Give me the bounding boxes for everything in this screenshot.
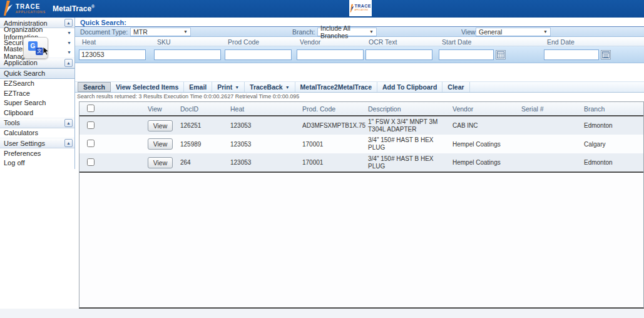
chevron-down-icon: ▼ (67, 50, 71, 54)
view-button[interactable]: View (148, 138, 173, 150)
cell-docid: 264 (178, 153, 228, 172)
calendar-grid-icon[interactable] (496, 50, 506, 59)
ocr-text-label: OCR Text (362, 37, 435, 46)
col-description[interactable]: Description (365, 102, 450, 116)
results-grid: View DocID Heat Prod. Code Description V… (79, 101, 644, 309)
heat-label: Heat (75, 37, 150, 46)
row-checkbox[interactable] (87, 158, 95, 166)
section-label: User Settings (4, 140, 45, 147)
row-checkbox[interactable] (87, 140, 95, 147)
mouse-cursor-icon (43, 47, 50, 57)
filter-inputs-row (75, 46, 644, 63)
sidebar-item-quick-search[interactable]: Quick Search (0, 68, 74, 79)
prod-code-label: Prod Code (221, 37, 293, 46)
chevron-down-icon: ▼ (543, 29, 548, 34)
results-toolbar: Search View Selected Items Email Print ▼… (75, 81, 644, 93)
sidebar-item-super-search[interactable]: Super Search (0, 98, 74, 108)
google-translate-popup[interactable]: G 文 (23, 37, 48, 59)
google-translate-icon: G 文 (28, 41, 43, 55)
sidebar-item-eztrace[interactable]: EZTrace (0, 88, 74, 98)
start-date-label: Start Date (435, 37, 540, 46)
sidebar-item-ezsearch[interactable]: EZSearch (0, 79, 74, 89)
search-results-status: Search results returned: 3 Results Execu… (77, 93, 299, 100)
collapse-icon[interactable]: ▲ (64, 119, 73, 127)
branch-label: Branch: (292, 28, 315, 36)
metaltrace2metaltrace-button[interactable]: MetalTrace2MetalTrace (295, 82, 377, 92)
col-view[interactable]: View (145, 102, 178, 116)
item-label: EZTrace (4, 90, 30, 97)
sidebar-item-calculators[interactable]: Calculators (0, 128, 74, 138)
collapse-icon[interactable]: ▲ (64, 139, 73, 147)
button-label: Email (189, 83, 207, 91)
heat-input[interactable] (79, 49, 146, 60)
view-button[interactable]: View (148, 157, 173, 168)
traceback-button[interactable]: TraceBack ▼ (245, 82, 295, 92)
col-branch[interactable]: Branch (581, 102, 643, 116)
app-logo: TRACE APPLICATIONS MetalTrace® (3, 1, 95, 16)
col-docid[interactable]: DocID (178, 102, 228, 116)
button-label: MetalTrace2MetalTrace (300, 83, 372, 91)
trace-bolt-icon (350, 2, 354, 14)
button-label: Print (217, 83, 232, 91)
add-to-clipboard-button[interactable]: Add To Clipboard (377, 82, 442, 92)
cell-description: 3/4" 150# HAST B HEX PLUG (365, 135, 450, 153)
item-label: Preferences (4, 150, 41, 157)
sku-input[interactable] (154, 49, 221, 60)
print-button[interactable]: Print ▼ (212, 82, 245, 92)
cell-branch: Edmonton (581, 153, 643, 172)
clear-button[interactable]: Clear (442, 82, 469, 92)
document-type-value: MTR (133, 28, 148, 36)
start-date-input[interactable] (439, 49, 494, 60)
view-button[interactable]: View (148, 120, 173, 131)
row-checkbox[interactable] (87, 121, 95, 129)
item-label: Log off (4, 159, 24, 167)
chevron-down-icon: ▼ (67, 41, 71, 45)
cell-prod-code: AD3MFSXMPTB1X.75 (300, 116, 365, 135)
sidebar-item-log-off[interactable]: Log off (0, 158, 74, 168)
branch-value: Include All Branches (320, 24, 365, 39)
table-row: View 264 123053 170001 3/4" 150# HAST B … (79, 153, 643, 172)
cell-branch: Edmonton (581, 116, 643, 135)
cell-docid: 125989 (178, 135, 228, 153)
search-button[interactable]: Search (78, 82, 111, 92)
collapse-icon[interactable]: ▲ (64, 59, 73, 67)
end-date-input[interactable] (544, 49, 599, 60)
section-label: Application (4, 59, 38, 66)
col-serial[interactable]: Serial # (519, 102, 581, 116)
sidebar-section-tools[interactable]: Tools ▲ (0, 118, 74, 128)
select-all-checkbox[interactable] (87, 105, 95, 112)
main-content: Quick Search: Document Type: MTR ▼ Branc… (75, 18, 644, 318)
chevron-down-icon: ▼ (183, 29, 188, 34)
col-vendor[interactable]: Vendor (450, 102, 519, 116)
cell-docid: 126251 (178, 116, 228, 135)
sidebar-item-preferences[interactable]: Preferences (0, 148, 74, 158)
calendar-lines-icon[interactable] (601, 50, 611, 59)
button-label: TraceBack (250, 83, 283, 91)
document-type-select[interactable]: MTR ▼ (130, 28, 191, 36)
cell-serial (519, 116, 581, 135)
cell-heat: 123053 (228, 116, 300, 135)
prod-code-input[interactable] (225, 49, 292, 60)
section-label: Tools (4, 119, 20, 126)
cell-heat: 123053 (228, 135, 300, 153)
cell-vendor: Hempel Coatings (450, 153, 519, 172)
branch-select[interactable]: Include All Branches ▼ (317, 28, 377, 36)
email-button[interactable]: Email (184, 82, 212, 92)
brand-trace-text: TRACE (16, 4, 46, 9)
sidebar-section-user-settings[interactable]: User Settings ▲ (0, 138, 74, 148)
chevron-down-icon: ▼ (235, 85, 239, 90)
registered-mark: ® (91, 4, 95, 9)
cell-prod-code: 170001 (300, 153, 365, 172)
cell-prod-code: 170001 (300, 135, 365, 153)
vendor-input[interactable] (297, 49, 364, 60)
sidebar-item-clipboard[interactable]: Clipboard (0, 108, 74, 118)
button-label: View Selected Items (116, 83, 178, 91)
col-prod-code[interactable]: Prod. Code (300, 102, 365, 116)
col-heat[interactable]: Heat (228, 102, 300, 116)
view-selected-items-button[interactable]: View Selected Items (111, 82, 184, 92)
document-type-label: Document Type: (80, 28, 128, 36)
brand-applications-text: APPLICATIONS (16, 9, 46, 15)
view-select[interactable]: General ▼ (476, 28, 551, 36)
view-value: General (479, 28, 502, 36)
ocr-text-input[interactable] (365, 49, 432, 60)
